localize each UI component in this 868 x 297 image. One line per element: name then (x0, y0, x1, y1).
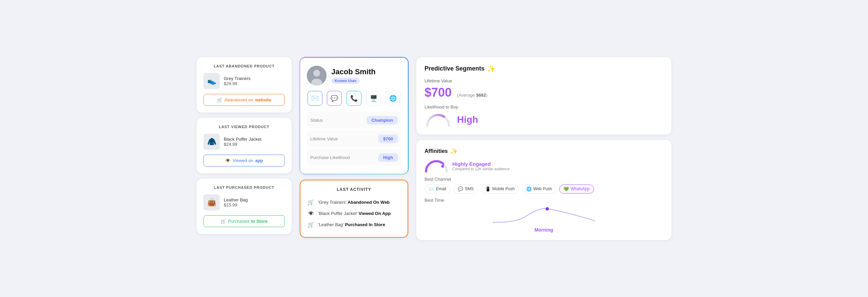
web-push-tag-label: Web Push (533, 186, 552, 191)
svg-point-3 (441, 164, 444, 167)
affinities-header: Affinities ✨ (425, 147, 663, 155)
dashboard: LAST ABANDONED PRODUCT 👟 Grey Trainers $… (197, 57, 671, 240)
purchased-product-card: LAST PURCHASED PRODUCT 👜 Leather Bag $15… (197, 179, 292, 234)
abandoned-product-card: LAST ABANDONED PRODUCT 👟 Grey Trainers $… (197, 57, 292, 113)
web-push-tag-icon: 🌐 (526, 186, 532, 192)
abandoned-product-row: 👟 Grey Trainers $29.99 (203, 73, 285, 89)
purchased-action-button[interactable]: 🛒 Purchased In Store (203, 215, 285, 227)
status-stat-row: Status Champion (307, 112, 401, 128)
viewed-card-title: LAST VIEWED PRODUCT (203, 125, 285, 129)
sparkle-icon: ✨ (487, 65, 496, 73)
predictive-header: Predictive Segments ✨ (425, 65, 663, 73)
ltv-section-label: Lifetime Value (425, 78, 663, 83)
activity-bold-3: Purchased In Store (345, 222, 385, 227)
user-info: Jacob Smith Known User (331, 67, 376, 84)
user-name: Jacob Smith (331, 67, 376, 76)
activity-item-2: 👁️ 'Black Puffer Jacket' Viewed On App (307, 208, 401, 219)
mobile-push-channel-tag[interactable]: 📱 Mobile Push (481, 184, 519, 194)
viewed-product-image: 🧥 (203, 134, 220, 150)
likelihood-section: Likelihood to Buy (425, 104, 663, 127)
avatar (307, 66, 327, 85)
abandoned-product-name: Grey Trainers (224, 76, 251, 81)
engaged-label: Highly Engaged (452, 161, 510, 167)
sms-tag-label: SMS (465, 186, 474, 191)
abandoned-btn-pre: Abandoned on (224, 97, 253, 102)
eye-icon: 👁️ (225, 158, 231, 163)
likelihood-stat-row: Purchase Likelihood High (307, 149, 401, 166)
chat-channel-button[interactable]: 💬 (327, 91, 342, 106)
user-stats: Status Champion Lifetime Value $700 Purc… (307, 112, 401, 167)
purchased-btn-bold: In Store (251, 219, 268, 224)
likelihood-gauge (425, 112, 452, 127)
user-profile-card: Jacob Smith Known User ✉️ 💬 📞 🖥️ 🌐 Statu… (300, 57, 408, 174)
cart-icon: 🛒 (217, 97, 222, 102)
viewed-btn-bold: app (255, 158, 263, 163)
status-label: Status (310, 118, 323, 123)
known-user-badge: Known User (331, 78, 360, 84)
best-channel-label: Best Channel (425, 177, 663, 182)
predictive-segments-card: Predictive Segments ✨ Lifetime Value $70… (416, 57, 671, 135)
right-column: Predictive Segments ✨ Lifetime Value $70… (416, 57, 671, 240)
channel-tags-row: ✉️ Email 💬 SMS 📱 Mobile Push 🌐 Web Push (425, 184, 663, 194)
best-time-section: Best Time Morning (425, 198, 663, 233)
purchased-product-row: 👜 Leather Bag $15.99 (203, 194, 285, 211)
viewed-action-button[interactable]: 👁️ Viewed on app (203, 155, 285, 166)
email-channel-button[interactable]: ✉️ (308, 91, 322, 106)
purchased-product-image: 👜 (203, 194, 220, 211)
affinities-card: Affinities ✨ Highly Engaged Compared to … (416, 140, 671, 240)
last-activity-card: LAST ACTIVITY 🛒 'Grey Trainers' Abandone… (300, 180, 408, 238)
activity-cart-icon-3: 🛒 (307, 221, 315, 228)
svg-point-1 (313, 70, 320, 77)
viewed-product-name: Black Puffer Jacket (224, 137, 261, 142)
phone-channel-button[interactable]: 📞 (347, 91, 361, 106)
activity-eye-icon: 👁️ (307, 210, 315, 217)
viewed-product-card: LAST VIEWED PRODUCT 🧥 Black Puffer Jacke… (197, 118, 292, 173)
web-push-channel-tag[interactable]: 🌐 Web Push (522, 184, 556, 194)
activity-item-1: 🛒 'Grey Trainers' Abandoned On Web (307, 197, 401, 208)
left-column: LAST ABANDONED PRODUCT 👟 Grey Trainers $… (197, 57, 292, 234)
activity-bold-1: Abandoned On Web (348, 200, 390, 205)
ltv-avg-label: (Average $682) (457, 93, 487, 98)
affinity-gauge-row: Highly Engaged Compared to 12K similar a… (425, 160, 663, 173)
morning-label: Morning (425, 227, 663, 233)
predictive-title: Predictive Segments (425, 65, 485, 72)
whatsapp-tag-label: WhatsApp (571, 186, 589, 191)
whatsapp-channel-tag[interactable]: 💚 WhatsApp (559, 184, 594, 194)
activity-text-1: 'Grey Trainers' Abandoned On Web (318, 200, 390, 205)
sms-channel-button[interactable]: 🖥️ (366, 91, 381, 106)
ltv-stat-row: Lifetime Value $700 (307, 131, 401, 147)
sms-tag-icon: 💬 (458, 186, 463, 192)
channel-icons-row: ✉️ 💬 📞 🖥️ 🌐 (307, 91, 401, 106)
purchased-product-name: Leather Bag (224, 197, 248, 202)
center-column: Jacob Smith Known User ✉️ 💬 📞 🖥️ 🌐 Statu… (300, 57, 408, 238)
activity-cart-icon-1: 🛒 (307, 199, 315, 205)
engaged-sub: Compared to 12K similar audience (452, 167, 510, 171)
abandoned-product-info: Grey Trainers $29.99 (224, 76, 251, 86)
ltv-avg-value: $682 (476, 93, 486, 98)
purchased-card-title: LAST PURCHASED PRODUCT (203, 185, 285, 190)
viewed-product-row: 🧥 Black Puffer Jacket $24.99 (203, 134, 285, 150)
sms-channel-tag[interactable]: 💬 SMS (453, 184, 478, 194)
mobile-push-tag-label: Mobile Push (492, 186, 515, 191)
activity-item-3: 🛒 'Leather Bag' Purchased In Store (307, 219, 401, 230)
activity-title: LAST ACTIVITY (307, 187, 401, 192)
ltv-value: $700 (378, 135, 398, 143)
web-channel-button[interactable]: 🌐 (386, 91, 400, 106)
user-header: Jacob Smith Known User (307, 66, 401, 85)
ltv-label: Lifetime Value (310, 136, 338, 141)
purchased-product-price: $15.99 (224, 202, 248, 207)
best-time-label: Best Time (425, 198, 663, 203)
svg-point-4 (546, 207, 549, 211)
status-value: Champion (367, 116, 398, 124)
abandoned-product-image: 👟 (203, 73, 220, 89)
email-channel-tag[interactable]: ✉️ Email (425, 184, 451, 194)
viewed-product-price: $24.99 (224, 142, 261, 147)
mobile-push-tag-icon: 📱 (485, 186, 491, 192)
abandoned-card-title: LAST ABANDONED PRODUCT (203, 64, 285, 68)
abandoned-action-button[interactable]: 🛒 Abandoned on website (203, 94, 285, 106)
affinities-sparkle-icon: ✨ (450, 147, 458, 155)
viewed-btn-pre: Viewed on (233, 158, 253, 163)
purchased-product-info: Leather Bag $15.99 (224, 197, 248, 207)
activity-text-3: 'Leather Bag' Purchased In Store (318, 222, 385, 227)
activity-text-2: 'Black Puffer Jacket' Viewed On App (318, 211, 391, 216)
